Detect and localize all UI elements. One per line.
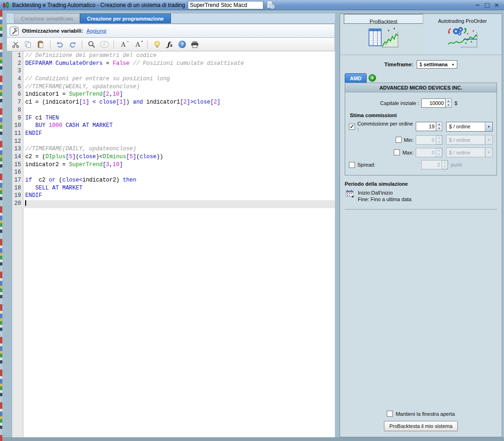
text-cursor [25,200,26,206]
line-number: 5 [12,84,23,91]
probacktest-icon [368,26,399,49]
chevron-down-icon: ▼ [485,122,492,131]
commission-max-unit-select[interactable]: $ / ordine ▼ [446,147,493,157]
line-number: 13 [12,146,23,154]
cut-icon[interactable] [11,40,20,49]
code-line[interactable]: 9IF c1 THEN [12,115,335,123]
code-line[interactable]: 1// Definizione dei parametri del codice [12,52,335,60]
commission-min-checkbox[interactable] [396,137,402,143]
code-line[interactable]: 14c2 = (DIplus[5](close)<DIminus[5](clos… [12,154,335,161]
commission-max-checkbox[interactable] [394,149,400,155]
timeframe-row: Timeframe: 1 settimana ▼ [340,57,502,71]
code-line[interactable]: 5//TIMEFRAME(WEEKLY, updateonclose) [12,84,335,91]
commission-max-row: Max: ▲▼ $ / ordine ▼ [349,147,493,157]
rename-help-icon[interactable]: ? [266,0,275,9]
commission-order-label: Commissione per ordine : [357,121,413,132]
spread-checkbox[interactable] [349,162,355,168]
editor-column: Creazione semplificata Creazione per pro… [7,14,335,437]
app-icon [3,2,9,8]
commission-min-input[interactable] [416,135,436,145]
minimize-button[interactable]: − [475,0,480,10]
tab-creazione-programmazione[interactable]: Creazione per programmazione [80,14,170,23]
toolbar-separator [114,41,114,49]
hint-bulb-icon[interactable] [152,40,162,49]
code-line[interactable]: 6indicator1 = SuperTrend[2,10] [12,91,335,99]
line-number: 11 [12,130,23,138]
commission-order-checkbox[interactable]: ✓ [349,124,355,130]
code-line[interactable]: 11ENDIF [12,130,335,138]
capital-input[interactable] [421,98,446,108]
keep-window-open-label: Mantieni la finestra aperta [396,411,455,417]
spin-up-icon: ▲ [436,136,442,140]
code-line[interactable]: 17if c2 or (close<indicator2) then [12,177,335,185]
spin-down-icon[interactable]: ▼ [436,126,442,131]
aggiungi-link[interactable]: Aggiungi [86,28,106,34]
code-line[interactable]: 10 BUY 1000 CASH AT MARKET [12,122,335,130]
line-number: 7 [12,99,23,107]
dialog-bottom-frame [2,437,504,441]
code-line[interactable]: 15indicator2 = SuperTrend[3,10] [12,161,335,169]
chevron-down-icon: ▼ [451,63,454,66]
toggle-comment-icon[interactable]: // [99,40,109,49]
system-name-input[interactable] [188,1,263,9]
code-line[interactable]: 16 [12,169,335,177]
add-instrument-button[interactable]: + [369,74,376,82]
code-line[interactable]: 20 [12,200,335,208]
commission-order-unit-select[interactable]: $ / ordine ▼ [446,122,493,132]
line-number: 19 [12,192,23,200]
line-number: 3 [12,68,23,76]
close-button[interactable]: × [494,0,499,10]
code-line[interactable]: 7c1 = (indicator1[1] < close[1]) and ind… [12,99,335,107]
wrench-icon [10,27,19,35]
calendar-icon[interactable] [346,189,355,198]
code-line[interactable]: 19ENDIF [12,192,335,200]
font-larger-icon[interactable]: A+ [133,40,142,49]
simulation-period-title: Periodo della simulazione [345,181,502,187]
spin-up-icon[interactable]: ▲ [436,122,442,126]
search-icon[interactable] [87,40,96,49]
keep-window-open-checkbox[interactable] [387,411,393,417]
tab-creazione-semplificata[interactable]: Creazione semplificata [14,14,80,23]
font-smaller-icon[interactable]: A− [119,40,128,49]
commission-max-input-group: ▲▼ [416,148,442,157]
tab-probacktest[interactable]: ProBacktest [344,14,423,24]
code-line[interactable]: 8 [12,107,335,115]
spin-down-icon[interactable]: ▼ [446,103,451,107]
redo-icon[interactable] [68,40,77,49]
code-line[interactable]: 3 [12,68,335,76]
code-line[interactable]: 4// Condizioni per entrare su posizioni … [12,76,335,84]
instrument-name: ADVANCED MICRO DEVICES INC. [345,83,497,92]
maximize-button[interactable]: □ [484,0,490,10]
commission-max-input[interactable] [416,148,436,157]
spread-input[interactable] [421,160,442,169]
period-end: Fine: Fino a ultima data [358,196,412,203]
commission-min-unit-select[interactable]: $ / ordine ▼ [446,135,493,145]
undo-icon[interactable] [55,40,64,49]
run-probacktest-button[interactable]: ProBacktesta il mio sistema [384,421,458,431]
paste-icon[interactable] [36,40,45,49]
line-number: 12 [12,138,23,146]
code-editor[interactable]: 1// Definizione dei parametri del codice… [12,51,335,437]
capital-input-group: ▲▼ [421,98,452,108]
insert-function-icon[interactable]: ƒx [165,40,174,49]
creation-tabs: Creazione semplificata Creazione per pro… [7,14,335,24]
help-icon[interactable]: ? [177,40,187,49]
toolbar-separator [147,41,148,49]
spin-up-icon[interactable]: ▲ [446,99,451,103]
title-bar: Backtesting e Trading Automatico - Creaz… [0,0,504,10]
copy-icon[interactable] [23,40,33,49]
mode-tabs: ProBacktest [340,14,502,55]
code-line[interactable]: 13//TIMEFRAME(DAILY, updateonclose) [12,146,335,154]
tab-amd[interactable]: AMD [345,73,367,83]
print-icon[interactable] [190,40,199,49]
window-title: Backtesting e Trading Automatico - Creaz… [12,2,185,8]
spin-up-icon: ▲ [442,161,447,165]
proorder-icon [447,26,478,48]
timeframe-select[interactable]: 1 settimana ▼ [417,60,457,69]
tab-autotrading-proorder[interactable]: Autotrading ProOrder [423,14,502,55]
code-line[interactable]: 2DEFPARAM CumulateOrders = False // Posi… [12,60,335,68]
code-line[interactable]: 18 SELL AT MARKET [12,185,335,193]
commission-order-input[interactable] [416,122,436,131]
code-line[interactable]: 12 [12,138,335,146]
line-number: 16 [12,169,23,177]
